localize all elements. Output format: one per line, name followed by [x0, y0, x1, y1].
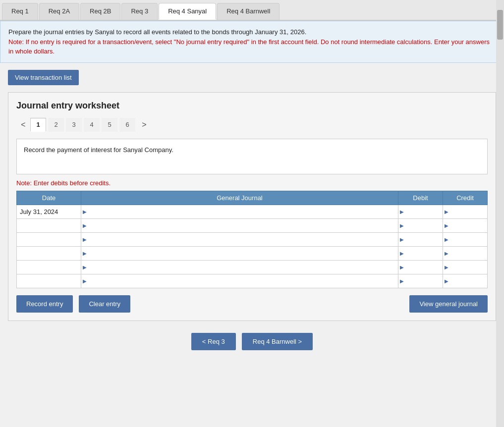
col-header-date: Date: [17, 191, 81, 205]
tabs-bar: Req 1 Req 2A Req 2B Req 3 Req 4 Sanyal R…: [0, 0, 504, 21]
page-2[interactable]: 2: [48, 118, 64, 132]
page-6[interactable]: 6: [119, 118, 135, 132]
credit-input-6[interactable]: [443, 274, 487, 288]
prev-page-arrow[interactable]: <: [16, 118, 30, 132]
journal-input-6[interactable]: [81, 274, 398, 288]
debit-credit-note: Note: Enter debits before credits.: [16, 179, 488, 187]
credit-input-3[interactable]: [443, 233, 487, 246]
debit-input-cell-6[interactable]: [398, 274, 443, 288]
bottom-navigation: < Req 3 Req 4 Barnwell >: [0, 333, 504, 350]
tab-req1[interactable]: Req 1: [2, 3, 38, 20]
debit-input-4[interactable]: [398, 247, 443, 260]
date-cell-6: [17, 274, 81, 288]
credit-input-cell-6[interactable]: [443, 274, 488, 288]
debit-input-5[interactable]: [398, 261, 443, 274]
tab-req3[interactable]: Req 3: [121, 3, 158, 20]
credit-input-1[interactable]: [443, 205, 487, 218]
col-header-journal: General Journal: [81, 191, 398, 205]
journal-input-5[interactable]: [81, 261, 398, 274]
col-header-debit: Debit: [398, 191, 443, 205]
credit-input-cell-3[interactable]: [443, 232, 488, 246]
table-row: [17, 246, 488, 260]
clear-entry-button[interactable]: Clear entry: [79, 295, 130, 313]
table-row: [17, 232, 488, 246]
scrollbar-thumb[interactable]: [497, 10, 503, 40]
view-general-journal-button[interactable]: View general journal: [409, 295, 488, 313]
journal-table: Date General Journal Debit Credit July 3…: [16, 191, 488, 288]
table-row: [17, 260, 488, 274]
date-cell-2: [17, 218, 81, 232]
prev-nav-button[interactable]: < Req 3: [191, 333, 236, 350]
debit-input-cell-1[interactable]: [398, 205, 443, 218]
credit-input-cell-5[interactable]: [443, 260, 488, 274]
debit-input-cell-3[interactable]: [398, 232, 443, 246]
date-cell-5: [17, 260, 81, 274]
journal-input-cell-3[interactable]: [81, 232, 398, 246]
journal-input-cell-6[interactable]: [81, 274, 398, 288]
debit-input-3[interactable]: [398, 233, 443, 246]
tab-req4sanyal[interactable]: Req 4 Sanyal: [159, 3, 216, 20]
col-header-credit: Credit: [443, 191, 488, 205]
debit-input-cell-5[interactable]: [398, 260, 443, 274]
journal-input-cell-1[interactable]: [81, 205, 398, 218]
info-banner: Prepare the journal entries by Sanyal to…: [0, 21, 504, 63]
journal-input-1[interactable]: [81, 205, 398, 218]
credit-input-cell-2[interactable]: [443, 218, 488, 232]
worksheet-title: Journal entry worksheet: [16, 101, 488, 111]
table-row: [17, 274, 488, 288]
page-3[interactable]: 3: [66, 118, 82, 132]
credit-input-2[interactable]: [443, 219, 487, 232]
scrollbar[interactable]: [496, 0, 504, 358]
debit-input-2[interactable]: [398, 219, 443, 232]
tab-req2a[interactable]: Req 2A: [39, 3, 79, 20]
table-row: July 31, 2024: [17, 205, 488, 218]
action-buttons: Record entry Clear entry View general jo…: [16, 295, 488, 313]
next-nav-button[interactable]: Req 4 Barnwell >: [242, 333, 313, 350]
date-cell-3: [17, 232, 81, 246]
credit-input-cell-4[interactable]: [443, 246, 488, 260]
page-4[interactable]: 4: [84, 118, 100, 132]
journal-input-4[interactable]: [81, 247, 398, 260]
date-cell-4: [17, 246, 81, 260]
banner-main-text: Prepare the journal entries by Sanyal to…: [8, 28, 306, 36]
tab-req4barnwell[interactable]: Req 4 Barnwell: [217, 3, 280, 20]
pagination: < 1 2 3 4 5 6 >: [16, 118, 488, 132]
date-cell-1: July 31, 2024: [17, 205, 81, 218]
page-1[interactable]: 1: [30, 118, 46, 132]
description-text: Record the payment of interest for Sanya…: [24, 146, 173, 154]
record-entry-button[interactable]: Record entry: [16, 295, 73, 313]
debit-input-cell-4[interactable]: [398, 246, 443, 260]
journal-input-cell-4[interactable]: [81, 246, 398, 260]
credit-input-5[interactable]: [443, 261, 487, 274]
credit-input-4[interactable]: [443, 247, 487, 260]
debit-input-1[interactable]: [398, 205, 443, 218]
debit-input-cell-2[interactable]: [398, 218, 443, 232]
credit-input-cell-1[interactable]: [443, 205, 488, 218]
journal-entry-worksheet: Journal entry worksheet < 1 2 3 4 5 6 > …: [8, 92, 496, 321]
page-5[interactable]: 5: [102, 118, 117, 132]
banner-note-text: Note: If no entry is required for a tran…: [8, 38, 490, 55]
debit-input-6[interactable]: [398, 274, 443, 288]
tab-req2b[interactable]: Req 2B: [80, 3, 120, 20]
table-row: [17, 218, 488, 232]
journal-input-cell-2[interactable]: [81, 218, 398, 232]
next-page-arrow[interactable]: >: [137, 118, 151, 132]
journal-input-3[interactable]: [81, 233, 398, 246]
view-transaction-button[interactable]: View transaction list: [8, 70, 79, 85]
journal-input-cell-5[interactable]: [81, 260, 398, 274]
description-box: Record the payment of interest for Sanya…: [16, 139, 488, 174]
journal-input-2[interactable]: [81, 219, 398, 232]
